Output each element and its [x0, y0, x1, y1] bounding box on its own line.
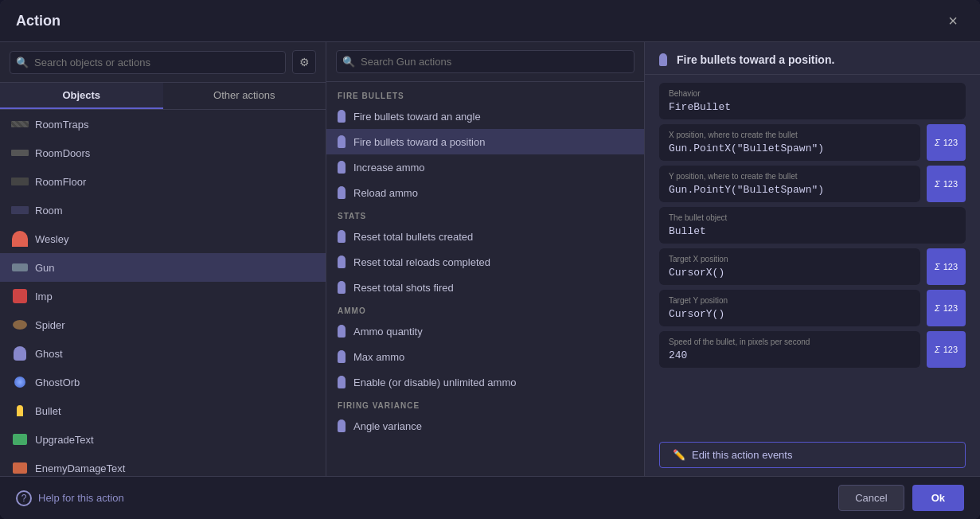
ok-button[interactable]: Ok [912, 485, 964, 511]
sidebar-item-bullet[interactable]: Bullet [0, 396, 326, 425]
object-label-room: Room [35, 205, 63, 217]
icon-roomfloor [11, 173, 29, 190]
expr-button-6[interactable]: Σ 123 [927, 331, 966, 368]
expr-button-5[interactable]: Σ 123 [927, 290, 966, 326]
sidebar-item-gun[interactable]: Gun [0, 253, 326, 282]
sidebar-item-roomdoors[interactable]: RoomDoors [0, 139, 326, 167]
modal-title: Action [16, 13, 61, 29]
field-label-4: Target X position [669, 255, 911, 263]
action-item-increase-ammo[interactable]: Increase ammo [326, 154, 644, 180]
field-row-1: X position, where to create the bulletGu… [659, 124, 966, 161]
action-label-angle-variance: Angle variance [353, 420, 422, 432]
help-label: Help for this action [38, 492, 124, 504]
tab-other-actions[interactable]: Other actions [163, 83, 326, 109]
left-search-wrap: 🔍 [10, 51, 286, 74]
field-value-1: Gun.PointX("BulletSpawn") [669, 142, 911, 154]
action-item-reload-ammo[interactable]: Reload ammo [326, 180, 644, 205]
left-panel: 🔍 ⚙ Objects Other actions RoomTrapsRoomD… [0, 42, 326, 476]
expr-button-4[interactable]: Σ 123 [927, 248, 966, 285]
field-group-6: Speed of the bullet, in pixels per secon… [659, 331, 920, 368]
action-item-unlimited-ammo[interactable]: Enable (or disable) unlimited ammo [326, 369, 644, 395]
right-header: Fire bullets toward a position. [645, 42, 980, 75]
action-icon-ammo-qty [338, 325, 346, 338]
action-label-unlimited-ammo: Enable (or disable) unlimited ammo [353, 377, 516, 388]
section-label-fire-bullets: FIRE BULLETS [326, 85, 644, 103]
field-value-4: CursorX() [669, 267, 911, 279]
action-item-fire-angle[interactable]: Fire bullets toward an angle [326, 103, 644, 129]
field-group-3: The bullet objectBullet [659, 207, 966, 244]
object-label-roomtraps: RoomTraps [35, 119, 88, 131]
action-label-increase-ammo: Increase ammo [353, 162, 425, 174]
field-label-5: Target Y position [669, 296, 911, 305]
sidebar-item-ghostorb[interactable]: GhostOrb [0, 368, 326, 396]
object-label-roomdoors: RoomDoors [35, 147, 90, 159]
object-label-roomfloor: RoomFloor [35, 176, 86, 188]
field-value-3: Bullet [669, 225, 956, 237]
sidebar-item-upgradetext[interactable]: UpgradeText [0, 425, 326, 454]
sidebar-item-roomfloor[interactable]: RoomFloor [0, 167, 326, 196]
footer-buttons: Cancel Ok [838, 485, 964, 511]
action-label-reload-ammo: Reload ammo [353, 187, 418, 199]
action-label-reset-shots: Reset total shots fired [353, 282, 454, 294]
field-label-2: Y position, where to create the bullet [669, 172, 911, 181]
action-list: FIRE BULLETSFire bullets toward an angle… [326, 82, 644, 476]
action-label-max-ammo: Max ammo [353, 351, 404, 363]
help-button[interactable]: ? Help for this action [16, 490, 124, 506]
icon-imp [11, 287, 29, 305]
action-item-ammo-qty[interactable]: Ammo quantity [326, 318, 644, 344]
field-row-5: Target Y positionCursorY()Σ 123 [659, 290, 966, 326]
action-search-input[interactable] [336, 50, 634, 73]
mid-search-icon: 🔍 [342, 56, 355, 68]
action-label-reset-reloads: Reset total reloads completed [353, 256, 490, 268]
action-item-fire-position[interactable]: Fire bullets toward a position [326, 129, 644, 154]
sidebar-item-wesley[interactable]: Wesley [0, 224, 326, 253]
right-header-text: Fire bullets toward a position. [677, 53, 834, 66]
object-label-imp: Imp [35, 291, 53, 302]
object-label-bullet: Bullet [35, 405, 61, 417]
action-icon-reset-reloads [338, 256, 346, 268]
object-label-spider: Spider [35, 319, 65, 331]
icon-spider [11, 316, 29, 334]
action-modal: Action × 🔍 ⚙ Objects Other actions RoomT… [0, 0, 980, 519]
action-label-ammo-qty: Ammo quantity [353, 326, 423, 338]
action-item-reset-bullets[interactable]: Reset total bullets created [326, 224, 644, 249]
icon-bullet [11, 402, 29, 419]
object-label-ghostorb: GhostOrb [35, 377, 80, 388]
tab-objects[interactable]: Objects [0, 83, 163, 109]
sidebar-item-spider[interactable]: Spider [0, 310, 326, 339]
field-value-0: FireBullet [669, 101, 956, 113]
action-item-reset-reloads[interactable]: Reset total reloads completed [326, 249, 644, 275]
expr-button-1[interactable]: Σ 123 [927, 124, 966, 161]
sidebar-item-enemydamagetext[interactable]: EnemyDamageText [0, 454, 326, 476]
action-item-max-ammo[interactable]: Max ammo [326, 344, 644, 369]
action-item-angle-variance[interactable]: Angle variance [326, 413, 644, 439]
mid-search-wrap: 🔍 [336, 50, 634, 73]
object-label-enemydamagetext: EnemyDamageText [35, 462, 125, 474]
field-row-6: Speed of the bullet, in pixels per secon… [659, 331, 966, 368]
field-group-0: BehaviorFireBullet [659, 83, 966, 119]
cancel-button[interactable]: Cancel [838, 485, 904, 511]
object-label-ghost: Ghost [35, 348, 63, 360]
pencil-icon: ✏️ [673, 449, 685, 461]
icon-roomdoors [11, 144, 29, 162]
sidebar-item-imp[interactable]: Imp [0, 282, 326, 310]
field-row-4: Target X positionCursorX()Σ 123 [659, 248, 966, 285]
action-icon-fire-position [338, 135, 346, 148]
sidebar-item-room[interactable]: Room [0, 196, 326, 224]
field-group-1: X position, where to create the bulletGu… [659, 124, 920, 161]
edit-events-label: Edit this action events [692, 449, 792, 461]
action-item-reset-shots[interactable]: Reset total shots fired [326, 275, 644, 300]
help-icon: ? [16, 490, 32, 506]
sidebar-item-roomtraps[interactable]: RoomTraps [0, 110, 326, 139]
action-icon-reset-bullets [338, 230, 346, 243]
close-button[interactable]: × [942, 10, 964, 32]
expr-button-2[interactable]: Σ 123 [927, 166, 966, 202]
sidebar-item-ghost[interactable]: Ghost [0, 339, 326, 368]
field-row-2: Y position, where to create the bulletGu… [659, 166, 966, 202]
edit-events-button[interactable]: ✏️ Edit this action events [659, 442, 966, 468]
search-input[interactable] [10, 51, 286, 74]
left-search-bar: 🔍 ⚙ [0, 42, 326, 83]
action-label-fire-angle: Fire bullets toward an angle [353, 111, 481, 123]
mid-search-bar: 🔍 [326, 42, 644, 82]
filter-button[interactable]: ⚙ [292, 50, 316, 74]
